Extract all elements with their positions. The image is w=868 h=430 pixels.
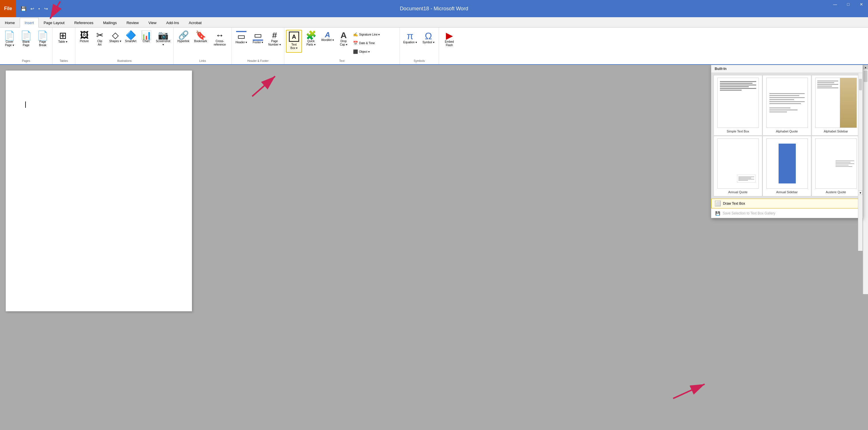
window-title: Document18 - Microsoft Word [400,6,468,12]
symbol-icon: Ω [425,31,432,41]
tab-acrobat[interactable]: Acrobat [184,18,207,28]
wordart-icon: A [325,31,331,38]
gallery-item-simple-text-box[interactable]: Simple Text Box [714,75,762,135]
save-selection-menu-item[interactable]: 💾 Save Selection to Text Box Gallery [711,208,863,218]
cover-page-button[interactable]: 📄 CoverPage ▾ [2,30,17,48]
window-scrollbar[interactable]: ▴ [863,65,868,294]
gallery-grid: Simple Text Box Alphabet Quote [711,73,863,199]
header-footer-group-label: Header & Footer [234,59,282,63]
tab-references[interactable]: References [69,18,98,28]
header-button[interactable]: ▭ Header ▾ [234,30,249,45]
ribbon-tabs: Home Insert Page Layout References Maili… [0,17,868,28]
cover-page-icon: 📄 [4,31,15,40]
quick-access-dropdown[interactable]: ▾ [51,5,55,12]
tab-review[interactable]: Review [122,18,144,28]
footer-button[interactable]: ▭ Footer ▾ [250,30,266,45]
alphabet-sidebar-preview [815,78,857,128]
undo-dropdown[interactable]: ▾ [37,5,41,12]
tab-home[interactable]: Home [0,18,20,28]
gallery-item-alphabet-sidebar[interactable]: Alphabet Sidebar [811,75,860,135]
signature-line-icon: ✍ [353,32,358,37]
symbols-group-label: Symbols [401,59,437,63]
alphabet-sidebar-label: Alphabet Sidebar [814,130,858,133]
file-button[interactable]: File [0,0,16,17]
shapes-button[interactable]: ◇ Shapes ▾ [108,30,122,44]
maximize-button[interactable]: □ [842,0,855,9]
annual-sidebar-label: Annual Sidebar [765,190,809,194]
equation-icon: π [407,31,413,41]
tab-mailings[interactable]: Mailings [98,18,122,28]
quick-parts-button[interactable]: 🧩 QuickParts ▾ [303,30,319,53]
gallery-item-alphabet-quote[interactable]: Alphabet Quote [763,75,811,135]
gallery-item-austere-quote[interactable]: Austere Quote [811,136,860,196]
save-button[interactable]: 💾 [20,5,28,12]
gallery-item-annual-quote[interactable]: Annual Quote [714,136,762,196]
minimize-button[interactable]: — [829,0,842,9]
simple-text-box-label: Simple Text Box [716,130,760,133]
gallery-item-annual-sidebar[interactable]: Annual Sidebar [763,136,811,196]
cross-reference-button[interactable]: ↔ Cross-reference [210,30,230,48]
text-box-button[interactable]: A TextBox ▾ [286,30,302,53]
ribbon: 📄 CoverPage ▾ 📄 BlankPage 📄 PageBreak Pa… [0,28,868,65]
screenshot-button[interactable]: 📷 Screenshot ▾ [154,30,172,48]
close-button[interactable]: ✕ [855,0,868,9]
smartart-icon: 🔷 [125,31,136,39]
clip-art-button[interactable]: ✂ ClipArt [93,30,107,48]
arrow-annotation-textbox [241,68,292,102]
simple-text-box-preview [717,78,759,128]
equation-button[interactable]: π Equation ▾ [401,30,419,45]
hyperlink-button[interactable]: 🔗 Hyperlink [175,30,191,44]
page-number-button[interactable]: # PageNumber ▾ [267,30,282,48]
page-break-button[interactable]: 📄 PageBreak [35,30,51,48]
flash-group-label [441,62,460,63]
object-icon: ⬛ [353,49,358,54]
embed-flash-button[interactable]: ▶ EmbedFlash [441,30,458,48]
undo-button[interactable]: ↩ [28,5,36,12]
drop-cap-button[interactable]: A DropCap ▾ [336,30,351,53]
tab-view[interactable]: View [144,18,161,28]
blank-page-button[interactable]: 📄 BlankPage [18,30,34,48]
draw-text-box-menu-item[interactable]: ⬜ Draw Text Box [711,199,863,208]
document-area: Built-In Simple Text Box [0,65,868,430]
quick-parts-icon: 🧩 [306,31,316,39]
save-selection-label: Save Selection to Text Box Gallery [723,211,859,215]
clip-art-icon: ✂ [96,31,103,39]
picture-button[interactable]: 🖼 Picture [77,30,91,44]
tab-insert[interactable]: Insert [20,18,39,28]
scroll-down-button[interactable]: ▾ [858,190,863,195]
ribbon-group-pages: 📄 CoverPage ▾ 📄 BlankPage 📄 PageBreak Pa… [0,28,53,64]
draw-text-box-label: Draw Text Box [723,202,859,206]
shapes-icon: ◇ [112,31,119,39]
save-selection-icon: 💾 [715,210,720,216]
document-page[interactable] [6,70,192,311]
date-time-button[interactable]: 📅 Date & Time [352,39,398,47]
wordart-button[interactable]: A WordArt ▾ [320,30,335,53]
chart-button[interactable]: 📊 Chart [139,30,153,44]
text-group-label: Text [286,59,398,63]
signature-line-button[interactable]: ✍ Signature Line ▾ [352,30,398,38]
header-icon: ▭ [236,31,246,41]
quick-access-toolbar: 💾 ↩ ▾ ↪ ▾ [17,0,55,17]
object-button[interactable]: ⬛ Object ▾ [352,48,398,56]
page-break-icon: 📄 [37,31,49,40]
annual-quote-label: Annual Quote [716,190,760,194]
smartart-button[interactable]: 🔷 SmartArt [124,30,138,44]
drop-cap-icon: A [340,31,347,39]
austere-quote-preview [815,139,857,189]
screenshot-icon: 📷 [158,31,168,39]
ribbon-group-header-footer: ▭ Header ▾ ▭ Footer ▾ # PageNumber ▾ Hea… [232,28,284,64]
tab-add-ins[interactable]: Add-Ins [161,18,184,28]
table-button[interactable]: ⊞ Table ▾ [54,30,71,45]
text-box-dropdown-panel: Built-In Simple Text Box [711,65,863,218]
symbol-button[interactable]: Ω Symbol ▾ [420,30,437,45]
gallery-scrollbar[interactable] [858,73,863,251]
dropdown-header: Built-In [711,65,863,73]
redo-button[interactable]: ↪ [42,5,50,12]
alphabet-quote-label: Alphabet Quote [765,130,809,133]
annual-sidebar-preview [766,139,808,189]
bookmark-button[interactable]: 🔖 Bookmark [192,30,209,44]
cross-reference-icon: ↔ [216,31,224,39]
tab-page-layout[interactable]: Page Layout [39,18,69,28]
ribbon-group-illustrations: 🖼 Picture ✂ ClipArt ◇ Shapes ▾ 🔷 SmartAr… [75,28,174,64]
tables-group-label: Tables [54,59,73,63]
